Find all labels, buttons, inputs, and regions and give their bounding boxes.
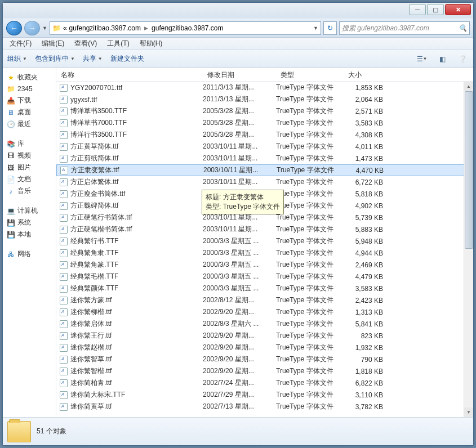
back-button[interactable]: ← [6,21,22,35]
col-date[interactable]: 修改日期 [203,68,276,81]
sidebar-item-downloads[interactable]: 📥下载 [5,95,54,106]
search-box[interactable]: 搜索 gufengzitibao.3987.com 🔍 [339,21,470,35]
table-row[interactable]: 方正黄草简体.ttf2003/10/11 星期...TrueType 字体文件4… [56,141,473,153]
picture-icon: 🖼 [6,163,15,172]
table-row[interactable]: 方正隶变繁体.ttf2003/10/11 星期...TrueType 字体文件4… [56,164,473,176]
drive-icon: 💾 [6,230,15,239]
col-type[interactable]: 类型 [276,68,344,81]
crumb-sep-icon[interactable]: ▶ [144,25,148,31]
sidebar-favorites[interactable]: ★收藏夹 [5,71,54,83]
table-row[interactable]: 经典繁毛楷.TTF2000/3/3 星期五 ...TrueType 字体文件4,… [56,271,473,283]
sidebar-item-local[interactable]: 💾本地 [5,229,54,240]
menu-help[interactable]: 帮助(H) [135,38,167,50]
table-row[interactable]: YGY20070701.ttf2011/3/13 星期...TrueType 字… [56,82,473,93]
table-row[interactable]: 迷你繁智草.ttf2002/9/20 星期...TrueType 字体文件790… [56,353,473,365]
close-button[interactable]: ✕ [445,4,471,15]
sidebar-item-pictures[interactable]: 🖼图片 [5,162,54,173]
file-date: 2003/10/11 星期... [203,177,276,187]
table-row[interactable]: 经典繁角篆.TTF2000/3/3 星期五 ...TrueType 字体文件2,… [56,259,473,271]
col-name[interactable]: 名称 [56,68,203,81]
table-row[interactable]: 方正硬笔楷书简体.ttf2003/10/11 星期...TrueType 字体文… [56,223,473,235]
star-icon: ★ [6,73,15,82]
minimize-button[interactable]: ─ [409,4,426,15]
menu-file[interactable]: 文件(F) [5,38,36,50]
table-row[interactable]: 迷你繁方篆.ttf2002/8/12 星期...TrueType 字体文件2,4… [56,294,473,306]
file-date: 2003/10/11 星期... [203,225,276,234]
table-row[interactable]: 方正启体繁体.ttf2003/10/11 星期...TrueType 字体文件6… [56,176,473,188]
file-name: 经典繁毛楷.TTF [70,272,118,281]
share-button[interactable]: 共享▼ [83,54,103,64]
table-row[interactable]: 经典繁颜体.TTF2000/3/3 星期五 ...TrueType 字体文件3,… [56,283,473,294]
table-row[interactable]: 迷你简黄草.ttf2002/7/13 星期...TrueType 字体文件3,7… [56,401,473,413]
file-date: 2000/3/3 星期五 ... [203,260,276,270]
table-row[interactable]: 迷你简大标宋.TTF2002/7/29 星期...TrueType 字体文件3,… [56,389,473,401]
sidebar-item-recent[interactable]: 🕑最近 [5,118,54,130]
sidebar-computer[interactable]: 💻计算机 [5,205,54,217]
file-size: 4,902 KB [344,202,400,210]
table-row[interactable]: 方正剪纸简体.ttf2003/10/11 星期...TrueType 字体文件1… [56,153,473,164]
file-size: 5,739 KB [344,214,400,222]
organize-button[interactable]: 组织▼ [7,54,27,64]
crumb-2[interactable]: gufengzitibao.3987.com [152,24,223,32]
address-dropdown-icon[interactable]: ▼ [313,25,318,31]
scroll-thumb[interactable] [465,91,473,249]
include-library-button[interactable]: 包含到库中▼ [35,54,75,64]
sidebar-item-videos[interactable]: 🎞视频 [5,150,54,162]
menu-edit[interactable]: 编辑(E) [37,38,69,50]
table-row[interactable]: 迷你繁智楷.ttf2002/9/20 星期...TrueType 字体文件1,8… [56,365,473,377]
table-row[interactable]: 迷你简柏青.ttf2002/7/24 星期...TrueType 字体文件6,8… [56,377,473,389]
file-type: TrueType 字体文件 [276,189,344,199]
font-file-icon [60,391,68,399]
search-icon[interactable]: 🔍 [459,24,467,32]
recent-icon: 🕑 [6,120,15,129]
file-name: ygyxsf.ttf [70,96,97,104]
table-row[interactable]: 迷你繁启体.ttf2002/8/3 星期六 ...TrueType 字体文件5,… [56,318,473,330]
menu-view[interactable]: 查看(V) [70,38,101,50]
scrollbar[interactable]: ▲ ▼ [464,82,473,417]
table-row[interactable]: 博洋草书7000.TTF2005/3/28 星期...TrueType 字体文件… [56,117,473,129]
table-row[interactable]: 迷你繁柳楷.ttf2002/9/20 星期...TrueType 字体文件1,3… [56,306,473,318]
table-row[interactable]: 博洋草书3500.TTF2005/3/28 星期...TrueType 字体文件… [56,105,473,117]
file-size: 3,583 KB [344,119,400,127]
sidebar-item-2345[interactable]: 📁2345 [5,83,54,95]
sidebar-item-music[interactable]: ♪音乐 [5,185,54,197]
sidebar-libraries[interactable]: 📚库 [5,138,54,150]
scroll-down-button[interactable]: ▼ [464,407,473,417]
sidebar-network[interactable]: 🖧网络 [5,248,54,260]
table-row[interactable]: 经典繁角隶.TTF2000/3/3 星期五 ...TrueType 字体文件4,… [56,247,473,259]
crumb-1[interactable]: gufengzitibao.3987.com [69,24,141,32]
file-date: 2002/8/3 星期六 ... [203,319,276,329]
history-dropdown-icon[interactable]: ▼ [42,25,47,31]
table-row[interactable]: 经典繁行书.TTF2000/3/3 星期五 ...TrueType 字体文件5,… [56,235,473,247]
maximize-button[interactable]: ▢ [427,4,444,15]
font-file-icon [60,273,68,281]
scroll-up-button[interactable]: ▲ [464,82,473,91]
sidebar-item-system[interactable]: 💾系统 [5,217,54,229]
table-row[interactable]: 博洋行书3500.TTF2005/3/28 星期...TrueType 字体文件… [56,129,473,141]
sidebar-item-desktop[interactable]: 🖥桌面 [5,106,54,118]
file-type: TrueType 字体文件 [276,130,344,140]
menu-tools[interactable]: 工具(T) [103,38,134,50]
refresh-button[interactable]: ↻ [323,21,337,35]
file-name: 迷你繁赵楷.ttf [70,343,112,352]
table-row[interactable]: 迷你繁王行.ttf2002/9/20 星期...TrueType 字体文件823… [56,330,473,342]
file-type: TrueType 字体文件 [276,225,344,234]
table-row[interactable]: ygyxsf.ttf2011/3/13 星期...TrueType 字体文件2,… [56,93,473,105]
font-file-icon [60,308,68,316]
column-headers: 名称 修改日期 类型 大小 [56,68,473,82]
new-folder-button[interactable]: 新建文件夹 [110,54,144,64]
file-date: 2003/10/11 星期... [203,154,276,163]
forward-button[interactable]: → [24,21,40,35]
file-name: 迷你繁启体.ttf [70,319,112,329]
file-list: 标题: 方正隶变繁体 类型: TrueType 字体文件 ▲ ▼ YGY2007… [56,82,473,417]
help-button[interactable]: ❔ [456,53,469,65]
table-row[interactable]: 迷你繁赵楷.ttf2002/9/20 星期...TrueType 字体文件1,9… [56,342,473,353]
view-options-button[interactable]: ☰ ▼ [416,53,428,65]
col-size[interactable]: 大小 [344,68,400,81]
file-size: 5,883 KB [344,226,400,234]
sidebar-item-documents[interactable]: 📄文档 [5,173,54,185]
address-bar[interactable]: 📁 « gufengzitibao.3987.com ▶ gufengzitib… [50,21,321,35]
file-size: 2,423 KB [344,297,400,304]
file-size: 5,818 KB [344,190,400,198]
preview-pane-button[interactable]: ◧ [436,53,448,65]
